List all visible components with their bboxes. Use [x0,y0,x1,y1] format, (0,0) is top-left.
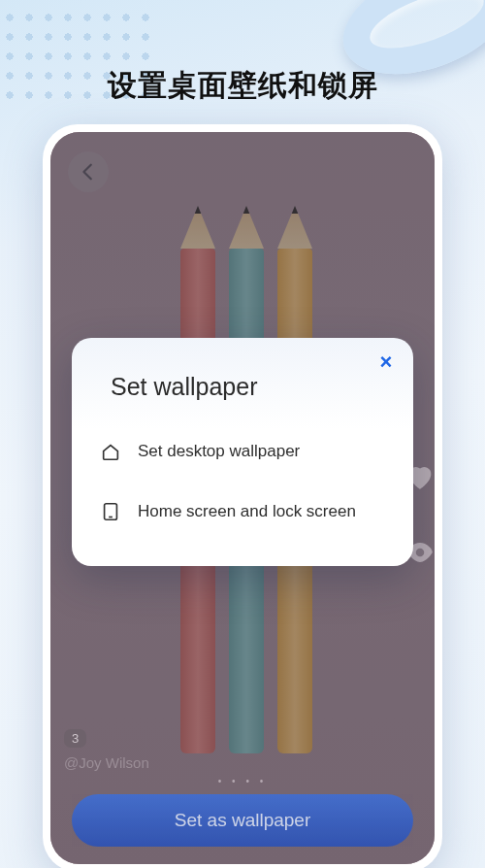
option-home-and-lock-screen[interactable]: Home screen and lock screen [91,483,394,541]
phone-screen: 3 @Joy Wilson • • • • Set as wallpaper ×… [50,132,435,864]
dialog-close-button[interactable]: × [374,351,398,375]
svg-point-0 [416,549,425,557]
primary-button-label: Set as wallpaper [175,810,310,831]
pagination-dots: • • • • [50,776,435,786]
option-label: Set desktop wallpaper [138,442,300,461]
option-set-desktop-wallpaper[interactable]: Set desktop wallpaper [91,422,394,481]
back-button[interactable] [68,151,109,192]
dialog-title: Set wallpaper [111,373,394,401]
home-icon [99,440,122,463]
arrow-left-icon [78,161,99,183]
set-as-wallpaper-button[interactable]: Set as wallpaper [72,794,413,847]
option-label: Home screen and lock screen [138,502,356,521]
device-icon [99,500,122,523]
image-count-badge: 3 [64,729,86,748]
set-wallpaper-dialog: × Set wallpaper Set desktop wallpaper Ho… [72,338,413,566]
author-label: @Joy Wilson [64,754,149,771]
close-icon: × [380,350,393,374]
page-title: 设置桌面壁纸和锁屏 [0,66,485,106]
phone-mockup: 3 @Joy Wilson • • • • Set as wallpaper ×… [43,124,442,868]
